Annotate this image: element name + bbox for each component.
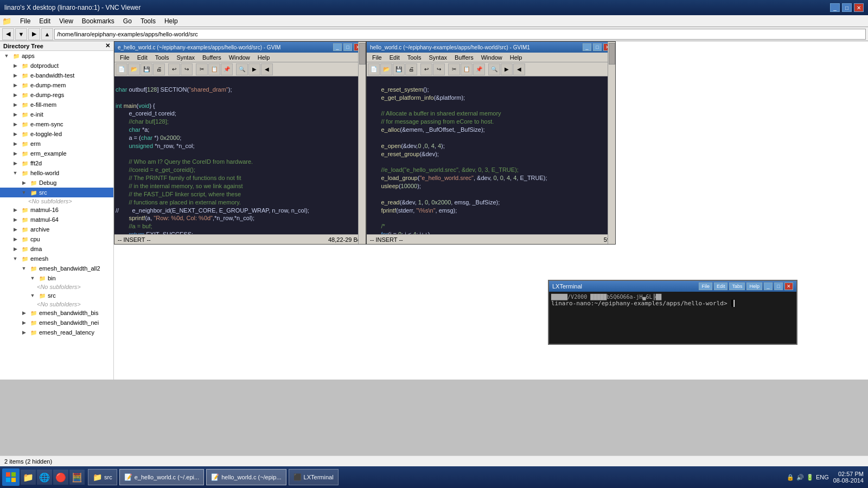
terminal-menu-tabs[interactable]: Tabs [729,282,745,290]
menu-view[interactable]: View [55,16,78,26]
terminal-menu-help[interactable]: Help [746,282,762,290]
menu-tools[interactable]: Tools [136,16,160,26]
menu-go[interactable]: Go [119,16,136,26]
menu-help[interactable]: Help [160,16,182,26]
editor2-maximize[interactable]: □ [593,43,602,51]
tree-item-archive[interactable]: ▶ 📁 archive [0,224,113,234]
open-icon-2[interactable]: 📂 [380,63,392,75]
new-icon[interactable]: 📄 [116,63,127,75]
editor1-menu-tools[interactable]: Tools [152,54,173,61]
terminal-menu-file[interactable]: File [699,282,712,290]
tree-item-debug[interactable]: ▶ 📁 Debug [0,178,113,188]
taskbar-item-src[interactable]: 📁 src [88,469,117,485]
tree-item-emesh-bandwidth-all2[interactable]: ▼ 📁 emesh_bandwidth_all2 [0,264,113,273]
editor1-minimize[interactable]: _ [333,43,342,51]
editor1-menu-edit[interactable]: Edit [134,54,151,61]
editor1-menu-window[interactable]: Window [226,54,253,61]
editor1-code[interactable]: char outbuf[128] SECTION("shared_dram");… [114,76,366,234]
prev-icon[interactable]: ◀ [261,63,273,75]
tree-item-dotproduct[interactable]: ▶ 📁 dotproduct [0,61,113,70]
maximize-btn[interactable]: □ [842,3,852,12]
open-icon[interactable]: 📂 [128,63,140,75]
next-icon[interactable]: ▶ [248,63,260,75]
tree-item-matmul-16[interactable]: ▶ 📁 matmul-16 [0,205,113,215]
tree-item-emesh-read-latency[interactable]: ▶ 📁 emesh_read_latency [0,328,113,337]
new-icon-2[interactable]: 📄 [368,63,380,75]
undo-icon-2[interactable]: ↩ [420,63,432,75]
tree-item-fft2d[interactable]: ▶ 📁 fft2d [0,158,113,168]
editor1-menu-syntax[interactable]: Syntax [173,54,198,61]
back-btn[interactable]: ◀ [2,28,14,40]
editor1-menu-help[interactable]: Help [254,54,273,61]
editor2-menu-syntax[interactable]: Syntax [425,54,450,61]
paste-icon-2[interactable]: 📌 [473,63,485,75]
prev-icon-2[interactable]: ◀ [513,63,525,75]
taskbar-item-editor2[interactable]: 📝 hello_world.c (~/epip... [206,469,286,485]
search-icon[interactable]: 🔍 [236,63,248,75]
undo-icon[interactable]: ↩ [168,63,180,75]
address-bar[interactable] [54,29,866,40]
editor2-menu-buffers[interactable]: Buffers [451,54,477,61]
editor1-menu-file[interactable]: File [117,54,133,61]
terminal-menu-edit[interactable]: Edit [714,282,728,290]
editor2-menu-help[interactable]: Help [507,54,526,61]
terminal-close[interactable]: ✕ [784,282,793,290]
redo-icon-2[interactable]: ↪ [433,63,445,75]
menu-edit[interactable]: Edit [35,16,55,26]
paste-icon[interactable]: 📌 [221,63,233,75]
tree-item-apps[interactable]: ▼ 📁 apps [0,51,113,61]
down-arrow-btn[interactable]: ▼ [15,28,27,40]
editor2-code[interactable]: e_reset_system(); e_get_platform_info(&p… [367,76,615,234]
print-icon-2[interactable]: 🖨 [405,63,417,75]
tree-item-emesh[interactable]: ▼ 📁 emesh [0,254,113,264]
tree-item-dump-regs[interactable]: ▶ 📁 e-dump-regs [0,90,113,100]
terminal-content[interactable]: █████/V2000 █████b5Q6O66a-jH▄6L╠█▊ linar… [549,292,796,344]
start-button[interactable] [2,468,20,486]
next-icon-2[interactable]: ▶ [501,63,513,75]
tree-item-emesh-bandwidth-nei[interactable]: ▶ 📁 emesh_bandwidth_nei [0,318,113,328]
taskbar-calc-icon[interactable]: 🧮 [69,470,85,485]
forward-btn[interactable]: ▶ [28,28,40,40]
tree-item-bin[interactable]: ▼ 📁 bin [0,273,113,283]
terminal-minimize[interactable]: _ [764,282,773,290]
editor2-menu-edit[interactable]: Edit [386,54,403,61]
menu-bookmarks[interactable]: Bookmarks [78,16,119,26]
tree-item-init[interactable]: ▶ 📁 e-init [0,110,113,119]
editor1-maximize[interactable]: □ [343,43,352,51]
up-btn[interactable]: ▲ [41,28,53,40]
editor2-scrollbar[interactable] [608,76,615,234]
taskbar-item-terminal[interactable]: ⬛ LXTerminal [289,469,339,485]
taskbar-ie-icon[interactable]: 🌐 [37,470,52,485]
tree-item-hello-world[interactable]: ▼ 📁 hello-world [0,168,113,178]
cut-icon[interactable]: ✂ [196,63,208,75]
sidebar-close-icon[interactable]: ✕ [105,42,110,49]
taskbar-folder-icon[interactable]: 📁 [21,470,36,485]
taskbar-item-editor1[interactable]: 📝 e_hello_world.c (~/.epi... [119,469,205,485]
tree-item-bandwidth-test[interactable]: ▶ 📁 e-bandwidth-test [0,70,113,80]
save-icon[interactable]: 💾 [141,63,152,75]
copy-icon[interactable]: 📋 [208,63,220,75]
tree-item-erm[interactable]: ▶ 📁 erm [0,139,113,149]
terminal-maximize[interactable]: □ [774,282,783,290]
taskbar-chrome-icon[interactable]: 🔴 [53,470,68,485]
minimize-btn[interactable]: _ [830,3,840,12]
tree-item-src-2[interactable]: ▼ 📁 src [0,291,113,300]
close-btn[interactable]: ✕ [854,3,864,12]
copy-icon-2[interactable]: 📋 [461,63,473,75]
tree-item-toggle-led[interactable]: ▶ 📁 e-toggle-led [0,129,113,139]
print-icon[interactable]: 🖨 [153,63,165,75]
tree-item-cpu[interactable]: ▶ 📁 cpu [0,234,113,244]
tree-item-matmul-64[interactable]: ▶ 📁 matmul-64 [0,215,113,224]
tree-item-dma[interactable]: ▶ 📁 dma [0,244,113,254]
editor2-menu-tools[interactable]: Tools [404,54,425,61]
editor1-menu-buffers[interactable]: Buffers [199,54,225,61]
editor2-minimize[interactable]: _ [583,43,591,51]
editor1-scrollbar[interactable] [358,76,366,234]
tree-item-src[interactable]: ▼ 📁 src [0,188,113,197]
editor2-menu-file[interactable]: File [369,54,385,61]
menu-file[interactable]: File [16,16,35,26]
tree-item-fill-mem[interactable]: ▶ 📁 e-fill-mem [0,100,113,110]
editor2-menu-window[interactable]: Window [478,54,506,61]
search-icon-2[interactable]: 🔍 [488,63,500,75]
tree-item-dump-mem[interactable]: ▶ 📁 e-dump-mem [0,80,113,90]
